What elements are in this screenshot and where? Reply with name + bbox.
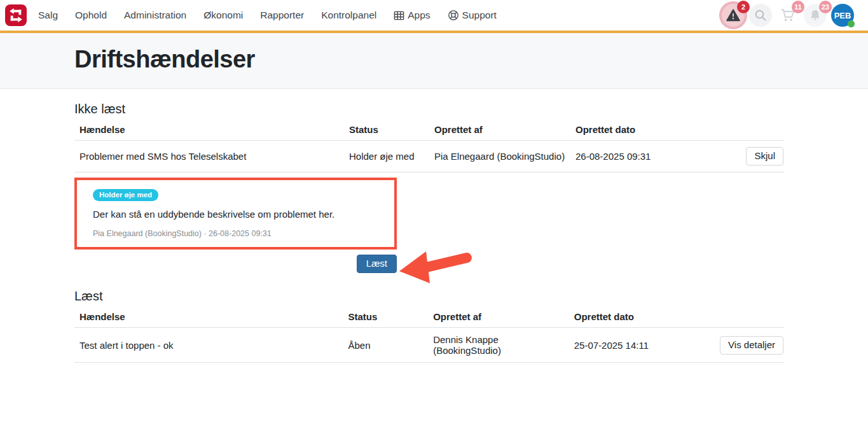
apps-grid-icon (394, 10, 404, 21)
mark-read-button[interactable]: Læst (357, 255, 397, 273)
status-badge: Holder øje med (93, 189, 158, 201)
user-avatar[interactable]: PEB (831, 4, 854, 27)
online-status-dot (848, 20, 855, 27)
nav-item-rapporter[interactable]: Rapporter (260, 10, 304, 21)
column-header-status: Status (343, 307, 429, 328)
cell-created-date: 25-07-2025 14:11 (569, 328, 715, 363)
search-icon (754, 9, 767, 22)
nav-item-support[interactable]: Support (448, 10, 497, 21)
incident-meta: Pia Elnegaard (BookingStudio) · 26-08-20… (93, 229, 379, 238)
column-header-actions (715, 307, 784, 328)
nav-item-apps[interactable]: Apps (394, 10, 430, 21)
nav-item-apps-label: Apps (408, 10, 430, 21)
hide-button[interactable]: Skjul (746, 147, 783, 165)
column-header-event: Hændelse (74, 120, 344, 141)
alerts-button[interactable]: 2 (722, 4, 745, 27)
cell-event: Problemer med SMS hos Teleselskabet (74, 141, 344, 172)
avatar-initials: PEB (834, 11, 851, 20)
detail-actions: Læst (74, 255, 397, 273)
nav-item-salg[interactable]: Salg (38, 10, 58, 21)
column-header-created-date: Oprettet dato (570, 120, 717, 141)
page-header: Driftshændelser (0, 33, 868, 89)
column-header-created-date: Oprettet dato (569, 307, 715, 328)
cell-status: Åben (343, 328, 429, 363)
annotation-highlight-box: Holder øje med Der kan stå en uddybende … (74, 178, 397, 250)
column-header-status: Status (344, 120, 429, 141)
alerts-count-badge: 2 (737, 1, 750, 13)
nav-item-administration[interactable]: Administration (124, 10, 186, 21)
unread-table: Hændelse Status Oprettet af Oprettet dat… (74, 120, 784, 172)
unread-section-heading: Ikke læst (74, 102, 784, 116)
cell-created-by: Dennis Knappe (BookingStudio) (428, 328, 569, 363)
nav-item-kontrolpanel[interactable]: Kontrolpanel (321, 10, 376, 21)
top-navbar: Salg Ophold Administration Økonomi Rappo… (0, 0, 868, 33)
logo-arrows-icon (7, 6, 25, 24)
table-row: Test alert i toppen - ok Åben Dennis Kna… (74, 328, 784, 363)
notifications-button[interactable]: 23 (804, 4, 827, 27)
unread-table-header-row: Hændelse Status Oprettet af Oprettet dat… (74, 120, 784, 141)
cart-count-badge: 11 (792, 1, 804, 13)
column-header-created-by: Oprettet af (429, 120, 570, 141)
notifications-count-badge: 23 (819, 1, 832, 13)
read-table: Hændelse Status Oprettet af Oprettet dat… (74, 307, 784, 363)
page-title: Driftshændelser (74, 46, 868, 73)
incident-description: Der kan stå en uddybende beskrivelse om … (93, 209, 379, 220)
view-details-button[interactable]: Vis detaljer (720, 336, 783, 355)
column-header-event: Hændelse (74, 307, 343, 328)
cell-status: Holder øje med (344, 141, 429, 172)
nav-right-cluster: 2 11 23 (722, 4, 854, 27)
bookingstudio-logo[interactable] (5, 4, 27, 26)
page: Salg Ophold Administration Økonomi Rappo… (0, 0, 868, 422)
column-header-created-by: Oprettet af (428, 307, 569, 328)
read-table-header-row: Hændelse Status Oprettet af Oprettet dat… (74, 307, 784, 328)
support-lifebuoy-icon (448, 10, 459, 21)
nav-item-ophold[interactable]: Ophold (75, 10, 107, 21)
cart-button[interactable]: 11 (776, 4, 799, 27)
read-section-heading: Læst (74, 289, 784, 304)
search-button[interactable] (749, 4, 772, 27)
table-row: Problemer med SMS hos Teleselskabet Hold… (74, 141, 784, 172)
cell-created-by: Pia Elnegaard (BookingStudio) (429, 141, 570, 172)
cell-created-date: 26-08-2025 09:31 (570, 141, 717, 172)
nav-links: Salg Ophold Administration Økonomi Rappo… (38, 10, 497, 21)
column-header-actions (717, 120, 784, 141)
cell-event: Test alert i toppen - ok (74, 328, 343, 363)
nav-item-okonomi[interactable]: Økonomi (203, 10, 243, 21)
main-content: Ikke læst Hændelse Status Oprettet af Op… (74, 102, 784, 363)
nav-item-support-label: Support (462, 10, 497, 21)
